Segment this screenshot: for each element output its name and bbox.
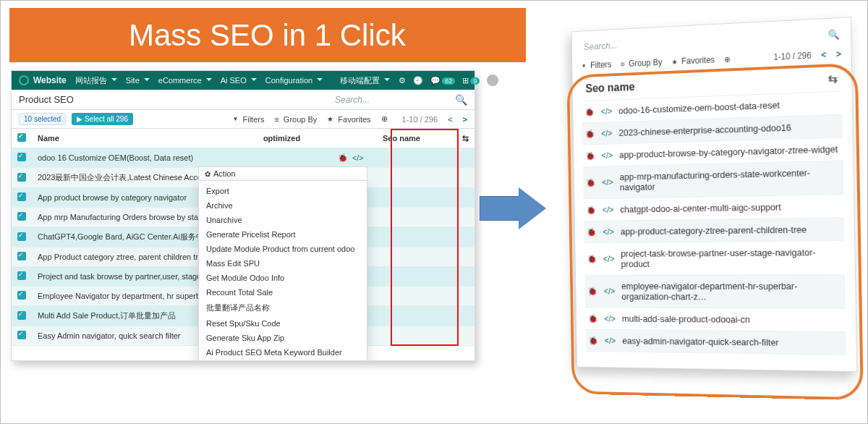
action-menu-item[interactable]: Recount Total Sale (199, 285, 367, 300)
row-checkbox[interactable] (17, 271, 26, 280)
row-seo (377, 287, 456, 306)
bug-icon: 🐞 (588, 313, 598, 323)
result-row[interactable]: 🐞</>app-mrp-manufacturing-orders-state-w… (583, 161, 843, 199)
row-checkbox[interactable] (17, 331, 26, 339)
odoo-logo-icon (19, 75, 29, 85)
table-row[interactable]: odoo 16 Customize OEM(Boost, Data reset)… (12, 148, 475, 168)
result-favorites[interactable]: Favorites (671, 55, 715, 67)
code-icon: </> (602, 150, 613, 161)
list-view: Name optimized Seo name ⇆ odoo 16 Custom… (12, 129, 475, 360)
settings-icon[interactable]: ⚙ (399, 76, 406, 85)
action-menu-item[interactable]: Archive (199, 198, 367, 213)
menu-site[interactable]: Site (126, 76, 150, 85)
action-menu-item[interactable]: Ai Product SEO Meta Keyword Builder (199, 345, 367, 360)
result-row[interactable]: 🐞</>app-product-category-ztree-parent-ch… (584, 218, 844, 243)
row-checkbox[interactable] (17, 173, 26, 182)
result-search-icon[interactable]: 🔍 (828, 29, 840, 41)
bug-icon: 🐞 (587, 227, 597, 237)
favorites-button[interactable]: Favorites (327, 115, 370, 124)
result-row[interactable]: 🐞</>chatgpt-odoo-ai-center-multi-aigc-su… (584, 195, 844, 221)
menu-ecommerce[interactable]: eCommerce (158, 76, 212, 85)
row-checkbox[interactable] (17, 212, 26, 221)
menu-reports[interactable]: 网站报告 (75, 75, 117, 86)
row-checkbox[interactable] (17, 232, 26, 241)
result-row[interactable]: 🐞</>easy-admin-navigator-quick-search-fi… (586, 330, 846, 355)
select-all-button[interactable]: ▶ Select all 296 (72, 113, 133, 125)
result-text: app-mrp-manufacturing-orders-state-workc… (620, 166, 841, 192)
result-text: 2023-chinese-enterprise-accounting-odoo1… (619, 122, 791, 138)
action-menu-item[interactable]: Reset Spu/Sku Code (199, 316, 367, 331)
row-seo (377, 208, 456, 227)
action-button[interactable]: Action (198, 166, 367, 180)
menu-mobile[interactable]: 移动端配置 (340, 75, 390, 86)
bug-icon: 🐞 (587, 254, 597, 263)
pager-next-icon[interactable]: > (463, 115, 467, 124)
result-text: multi-add-sale-product-odooai-cn (622, 313, 750, 325)
bug-icon: 🐞 (585, 129, 595, 139)
header-checkbox[interactable] (17, 133, 26, 142)
result-next-icon[interactable]: > (836, 49, 841, 59)
code-icon: </> (603, 205, 614, 215)
expand-search-icon[interactable] (381, 114, 388, 124)
code-icon[interactable]: </> (352, 153, 364, 162)
action-menu-item[interactable]: Update Module Product from current odoo (199, 242, 367, 256)
row-checkbox[interactable] (17, 192, 26, 201)
bug-icon: 🐞 (587, 287, 597, 296)
search-input[interactable] (333, 94, 449, 106)
row-checkbox[interactable] (17, 311, 26, 320)
row-checkbox[interactable] (17, 153, 26, 161)
groupby-button[interactable]: Group By (274, 115, 317, 124)
result-pager: 1-10 / 296 (773, 51, 811, 62)
result-expand-icon[interactable] (724, 54, 731, 64)
action-menu-item[interactable]: Ai Product SEO Name (199, 360, 367, 360)
bug-icon: 🐞 (588, 336, 598, 345)
row-seo (377, 267, 456, 287)
result-groupby[interactable]: Group By (621, 57, 663, 69)
result-text: project-task-browse-partner-user-stage-n… (621, 247, 842, 269)
result-adjust-icon[interactable]: ⇆ (828, 72, 838, 85)
activity-icon[interactable]: ⊞9 (462, 76, 480, 85)
result-row[interactable]: 🐞</>employee-navigator-department-hr-sup… (584, 275, 845, 309)
brand[interactable]: Website (19, 75, 67, 85)
action-menu-item[interactable]: Generate Pricelist Report (199, 227, 367, 242)
result-row[interactable]: 🐞</>project-task-browse-partner-user-sta… (584, 241, 845, 276)
odoo-window: Website 网站报告 Site eCommerce Ai SEO Confi… (11, 70, 475, 361)
result-panel-wrap: 🔍 Filters Group By Favorites 1-10 / 296 … (571, 17, 858, 372)
pager-prev-icon[interactable]: < (448, 115, 452, 124)
result-header[interactable]: Seo name (585, 80, 634, 95)
row-checkbox[interactable] (17, 252, 26, 260)
action-menu-item[interactable]: Get Module Odoo Info (199, 271, 367, 285)
result-row[interactable]: 🐞</>multi-add-sale-product-odooai-cn (585, 308, 846, 332)
search-icon[interactable]: 🔍 (455, 94, 467, 106)
odoo-top-nav: Website 网站报告 Site eCommerce Ai SEO Confi… (12, 71, 475, 90)
filters-button[interactable]: Filters (233, 115, 265, 124)
pager: 1-10 / 296 (402, 115, 438, 124)
row-seo (377, 306, 456, 326)
result-filters[interactable]: Filters (582, 59, 612, 70)
columns-adjust-icon[interactable]: ⇆ (456, 129, 475, 148)
row-checkbox[interactable] (17, 291, 26, 300)
result-prev-icon[interactable]: < (821, 50, 826, 60)
code-icon: </> (603, 254, 615, 263)
menu-ai-seo[interactable]: Ai SEO (221, 76, 257, 85)
action-menu-item[interactable]: Generate Sku App Zip (199, 331, 367, 345)
action-menu: ExportArchiveUnarchiveGenerate Pricelist… (198, 180, 367, 360)
row-seo (377, 148, 456, 168)
action-menu-item[interactable]: Mass Edit SPU (199, 256, 367, 271)
action-menu-item[interactable]: 批量翻译产品名称 (199, 300, 367, 316)
col-seo-name[interactable]: Seo name (377, 129, 456, 148)
bug-icon[interactable]: 🐞 (338, 153, 348, 163)
bug-icon: 🐞 (586, 205, 596, 214)
messages-icon[interactable]: 💬62 (430, 76, 455, 85)
clock-icon[interactable]: 🕘 (413, 76, 423, 85)
avatar[interactable] (487, 75, 498, 86)
menu-configuration[interactable]: Configuration (265, 76, 323, 85)
bug-icon: 🐞 (584, 107, 595, 117)
col-optimized[interactable]: optimized (258, 129, 330, 148)
action-menu-item[interactable]: Unarchive (199, 213, 367, 227)
bug-icon: 🐞 (585, 150, 595, 161)
col-name[interactable]: Name (32, 129, 258, 148)
action-menu-item[interactable]: Export (199, 184, 367, 198)
result-search-input[interactable] (582, 35, 696, 53)
row-seo (377, 227, 456, 247)
